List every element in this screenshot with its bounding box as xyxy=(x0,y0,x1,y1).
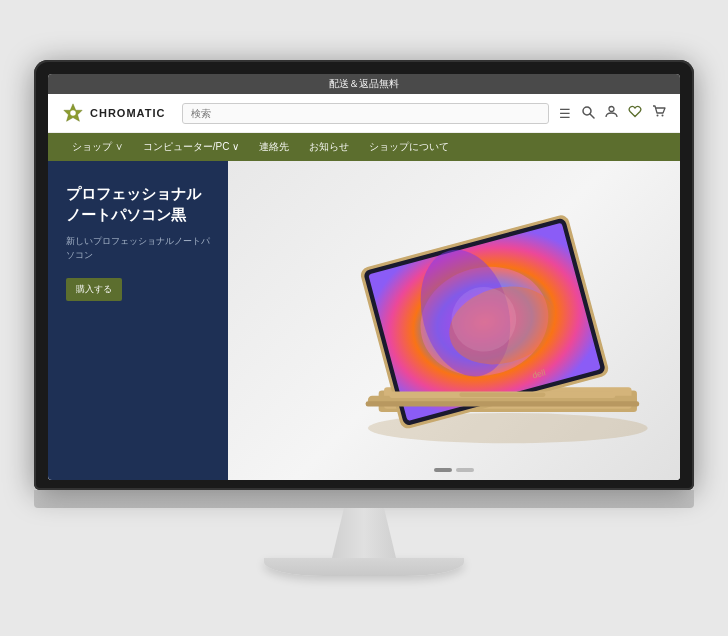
monitor-chin xyxy=(34,490,694,508)
hero-title: プロフェッショナルノートパソコン黒 xyxy=(66,183,210,225)
nav-item-about[interactable]: ショップについて xyxy=(359,133,459,161)
laptop-image: dell xyxy=(228,161,680,480)
hero-text-panel: プロフェッショナルノートパソコン黒 新しいプロフェッショナルノートパソコン 購入… xyxy=(48,161,228,480)
wishlist-icon[interactable] xyxy=(628,105,642,121)
monitor-bezel: 配送＆返品無料 CHROMATIC ☰ xyxy=(34,60,694,490)
nav-bar: ショップ ∨ コンピューター/PC ∨ 連絡先 お知らせ ショップについて xyxy=(48,133,680,161)
header: CHROMATIC ☰ xyxy=(48,94,680,133)
list-icon[interactable]: ☰ xyxy=(559,106,571,121)
cart-icon[interactable] xyxy=(652,105,666,121)
nav-item-computers[interactable]: コンピューター/PC ∨ xyxy=(133,133,249,161)
svg-rect-19 xyxy=(366,401,639,406)
header-icons: ☰ xyxy=(559,105,666,122)
hero-section: プロフェッショナルノートパソコン黒 新しいプロフェッショナルノートパソコン 購入… xyxy=(48,161,680,480)
svg-rect-21 xyxy=(459,393,545,397)
svg-point-1 xyxy=(70,110,76,116)
nav-item-news[interactable]: お知らせ xyxy=(299,133,359,161)
hero-subtitle: 新しいプロフェッショナルノートパソコン xyxy=(66,235,210,262)
logo-area: CHROMATIC xyxy=(62,102,172,124)
hero-buy-button[interactable]: 購入する xyxy=(66,278,122,301)
monitor-screen: 配送＆返品無料 CHROMATIC ☰ xyxy=(48,74,680,480)
search-icon[interactable] xyxy=(581,105,595,122)
nav-item-shop[interactable]: ショップ ∨ xyxy=(62,133,133,161)
hero-image-area: dell xyxy=(228,161,680,480)
top-banner-text: 配送＆返品無料 xyxy=(329,78,399,89)
svg-point-6 xyxy=(662,115,664,117)
svg-point-4 xyxy=(609,107,614,112)
logo-text: CHROMATIC xyxy=(90,107,165,119)
monitor-stand-neck xyxy=(324,508,404,558)
search-input[interactable] xyxy=(182,103,549,124)
svg-line-3 xyxy=(590,114,594,118)
monitor-stand-base xyxy=(264,558,464,576)
top-banner: 配送＆返品無料 xyxy=(48,74,680,94)
nav-item-contact[interactable]: 連絡先 xyxy=(249,133,299,161)
monitor-wrapper: 配送＆返品無料 CHROMATIC ☰ xyxy=(34,60,694,576)
user-icon[interactable] xyxy=(605,105,618,121)
dot-2[interactable] xyxy=(456,468,474,472)
slide-dots xyxy=(434,468,474,472)
logo-icon xyxy=(62,102,84,124)
svg-point-5 xyxy=(657,115,659,117)
dot-1[interactable] xyxy=(434,468,452,472)
